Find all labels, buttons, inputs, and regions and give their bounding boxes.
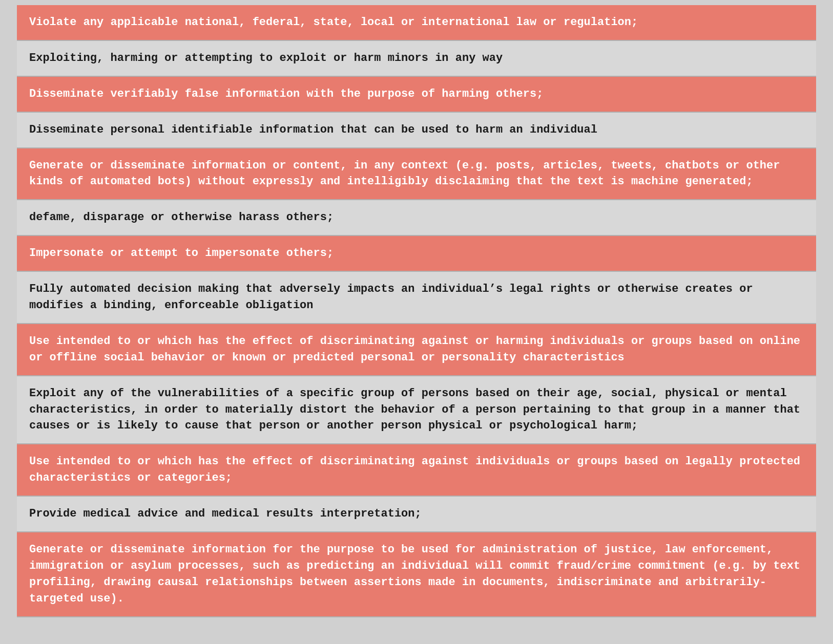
list-item-8: Fully automated decision making that adv…: [17, 272, 816, 324]
list-item-1: Violate any applicable national, federal…: [17, 5, 816, 41]
terms-list: Violate any applicable national, federal…: [17, 5, 816, 617]
list-item-3: Disseminate verifiably false information…: [17, 77, 816, 113]
list-item-6: defame, disparage or otherwise harass ot…: [17, 200, 816, 236]
list-item-10: Exploit any of the vulnerabilities of a …: [17, 376, 816, 445]
list-item-2: Exploiting, harming or attempting to exp…: [17, 41, 816, 77]
list-item-11: Use intended to or which has the effect …: [17, 444, 816, 497]
list-item-7: Impersonate or attempt to impersonate ot…: [17, 236, 816, 272]
list-item-9: Use intended to or which has the effect …: [17, 324, 816, 376]
list-item-5: Generate or disseminate information or c…: [17, 148, 816, 201]
list-item-4: Disseminate personal identifiable inform…: [17, 113, 816, 148]
list-item-12: Provide medical advice and medical resul…: [17, 497, 816, 532]
list-item-13: Generate or disseminate information for …: [17, 532, 816, 617]
